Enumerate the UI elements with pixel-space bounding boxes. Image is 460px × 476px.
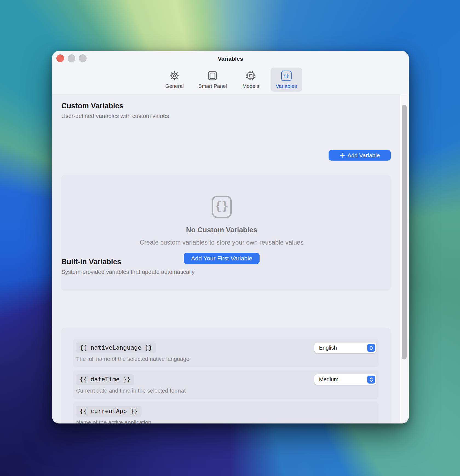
panel-icon: [207, 70, 218, 81]
empty-state-description: Create custom variables to store your ow…: [140, 239, 303, 246]
add-first-variable-button[interactable]: Add Your First Variable: [184, 253, 260, 264]
toolbar-tabs: General Smart Panel: [52, 68, 409, 92]
custom-variables-subtitle: User-defined variables with custom value…: [61, 113, 169, 119]
variable-token: {{ dateTime }}: [76, 374, 134, 385]
native-language-select[interactable]: English: [314, 343, 376, 353]
scrollbar-track[interactable]: [400, 94, 409, 423]
stepper-chevrons-icon: [367, 376, 375, 384]
variable-description: Current date and time in the selected fo…: [76, 387, 374, 394]
custom-variables-heading: Custom Variables: [61, 102, 123, 110]
variable-row-currentApp: {{ currentApp }} Name of the active appl…: [73, 402, 379, 423]
tab-label: General: [165, 83, 184, 89]
variable-description: The full name of the selected native lan…: [76, 356, 374, 362]
builtin-variables-heading: Built-in Variables: [61, 258, 121, 266]
variable-description: Name of the active application: [76, 419, 374, 423]
curly-braces-placeholder-icon: {}: [212, 196, 232, 218]
scrollbar-thumb[interactable]: [402, 105, 407, 359]
builtin-variables-subtitle: System-provided variables that update au…: [61, 269, 195, 275]
tab-label: Variables: [276, 83, 297, 89]
variable-row-nativeLanguage: {{ nativeLanguage }} The full name of th…: [73, 339, 379, 367]
variable-token: {{ nativeLanguage }}: [76, 343, 156, 353]
variable-token: {{ currentApp }}: [76, 406, 142, 417]
plus-icon: [340, 153, 345, 158]
settings-content: Custom Variables User-defined variables …: [52, 94, 409, 423]
stepper-chevrons-icon: [367, 344, 375, 352]
gear-icon: [169, 70, 180, 81]
desktop-wallpaper: { "window": { "title": "Variables" }, "t…: [0, 0, 460, 476]
add-variable-button[interactable]: Add Variable: [329, 150, 391, 161]
titlebar: Variables General Smart P: [52, 51, 409, 94]
empty-state-title: No Custom Variables: [186, 226, 257, 234]
settings-window: Variables General Smart P: [52, 51, 409, 423]
tab-label: Smart Panel: [198, 83, 227, 89]
tab-label: Models: [242, 83, 259, 89]
window-title: Variables: [52, 56, 409, 62]
tab-variables[interactable]: {} Variables: [271, 68, 302, 92]
chip-icon: [245, 70, 256, 81]
variable-row-dateTime: {{ dateTime }} Current date and time in …: [73, 370, 379, 399]
date-format-select[interactable]: Medium: [314, 374, 376, 385]
tab-models[interactable]: Models: [235, 68, 267, 92]
tab-smart-panel[interactable]: Smart Panel: [194, 68, 231, 92]
curly-braces-icon: {}: [281, 70, 292, 81]
tab-general[interactable]: General: [159, 68, 190, 92]
builtin-variables-card: {{ nativeLanguage }} The full name of th…: [61, 328, 391, 423]
